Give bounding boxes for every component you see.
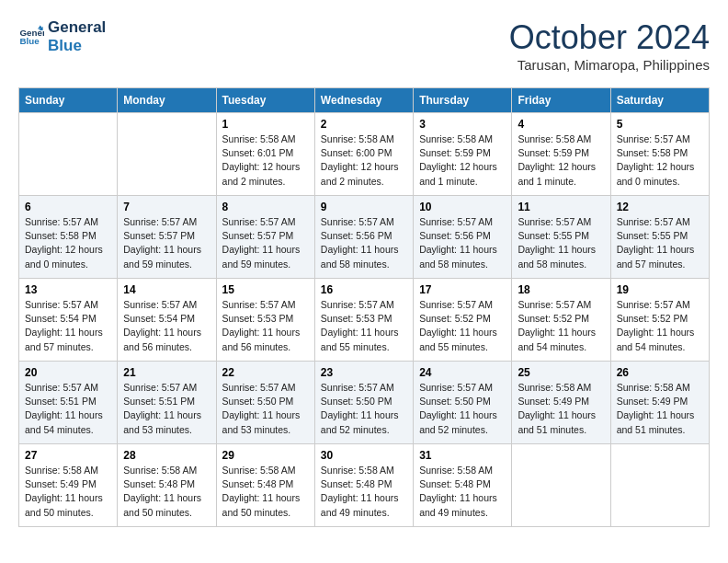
calendar-cell <box>512 444 610 527</box>
day-info: Sunrise: 5:57 AMSunset: 5:57 PMDaylight:… <box>123 215 210 271</box>
day-info: Sunrise: 5:58 AMSunset: 5:49 PMDaylight:… <box>518 381 604 437</box>
weekday-header-monday: Monday <box>118 88 216 113</box>
day-number: 18 <box>518 283 604 296</box>
day-info: Sunrise: 5:57 AMSunset: 5:56 PMDaylight:… <box>321 215 407 271</box>
calendar-cell: 21Sunrise: 5:57 AMSunset: 5:51 PMDayligh… <box>118 362 216 444</box>
weekday-header-saturday: Saturday <box>610 88 709 113</box>
logo: General Blue General Blue <box>18 18 106 54</box>
calendar-cell: 5Sunrise: 5:57 AMSunset: 5:58 PMDaylight… <box>610 113 709 196</box>
calendar-cell: 24Sunrise: 5:57 AMSunset: 5:50 PMDayligh… <box>414 362 512 444</box>
day-number: 1 <box>222 118 309 131</box>
day-number: 27 <box>25 449 111 462</box>
calendar-cell: 20Sunrise: 5:57 AMSunset: 5:51 PMDayligh… <box>19 362 118 444</box>
calendar-cell: 23Sunrise: 5:57 AMSunset: 5:50 PMDayligh… <box>314 362 413 444</box>
logo-text-blue: Blue <box>48 37 106 55</box>
day-info: Sunrise: 5:58 AMSunset: 5:59 PMDaylight:… <box>419 132 506 189</box>
calendar-cell: 30Sunrise: 5:58 AMSunset: 5:48 PMDayligh… <box>314 444 413 527</box>
day-info: Sunrise: 5:57 AMSunset: 5:52 PMDaylight:… <box>419 298 506 354</box>
day-info: Sunrise: 5:57 AMSunset: 5:50 PMDaylight:… <box>419 381 506 437</box>
day-number: 22 <box>222 366 309 379</box>
calendar-cell: 22Sunrise: 5:57 AMSunset: 5:50 PMDayligh… <box>216 362 314 444</box>
day-number: 30 <box>321 449 407 462</box>
day-info: Sunrise: 5:58 AMSunset: 5:59 PMDaylight:… <box>518 132 604 189</box>
calendar-cell: 14Sunrise: 5:57 AMSunset: 5:54 PMDayligh… <box>118 279 216 362</box>
day-number: 13 <box>25 283 111 296</box>
day-info: Sunrise: 5:57 AMSunset: 5:50 PMDaylight:… <box>321 381 407 437</box>
day-number: 9 <box>321 201 407 213</box>
calendar-cell: 18Sunrise: 5:57 AMSunset: 5:52 PMDayligh… <box>512 279 610 362</box>
day-info: Sunrise: 5:57 AMSunset: 5:54 PMDaylight:… <box>25 298 111 354</box>
calendar-cell: 26Sunrise: 5:58 AMSunset: 5:49 PMDayligh… <box>610 362 709 444</box>
day-info: Sunrise: 5:57 AMSunset: 5:58 PMDaylight:… <box>25 215 111 271</box>
day-info: Sunrise: 5:57 AMSunset: 5:53 PMDaylight:… <box>222 298 309 354</box>
calendar-cell <box>610 444 709 527</box>
day-number: 29 <box>222 449 309 462</box>
calendar-cell: 19Sunrise: 5:57 AMSunset: 5:52 PMDayligh… <box>610 279 709 362</box>
day-number: 2 <box>321 118 407 131</box>
calendar-cell: 2Sunrise: 5:58 AMSunset: 6:00 PMDaylight… <box>314 113 413 196</box>
day-info: Sunrise: 5:58 AMSunset: 5:48 PMDaylight:… <box>321 464 407 520</box>
day-info: Sunrise: 5:58 AMSunset: 5:48 PMDaylight:… <box>222 464 309 520</box>
day-info: Sunrise: 5:58 AMSunset: 5:48 PMDaylight:… <box>419 464 506 520</box>
day-number: 6 <box>25 201 111 213</box>
calendar-cell: 15Sunrise: 5:57 AMSunset: 5:53 PMDayligh… <box>216 279 314 362</box>
calendar-cell: 12Sunrise: 5:57 AMSunset: 5:55 PMDayligh… <box>610 196 709 279</box>
day-info: Sunrise: 5:58 AMSunset: 5:49 PMDaylight:… <box>25 464 111 520</box>
day-number: 17 <box>419 283 506 296</box>
day-info: Sunrise: 5:57 AMSunset: 5:53 PMDaylight:… <box>321 298 407 354</box>
weekday-header-row: SundayMondayTuesdayWednesdayThursdayFrid… <box>19 88 710 113</box>
day-number: 10 <box>419 201 506 213</box>
day-info: Sunrise: 5:57 AMSunset: 5:57 PMDaylight:… <box>222 215 309 271</box>
day-info: Sunrise: 5:57 AMSunset: 5:52 PMDaylight:… <box>617 298 703 354</box>
calendar-cell: 27Sunrise: 5:58 AMSunset: 5:49 PMDayligh… <box>19 444 118 527</box>
calendar-week-row: 6Sunrise: 5:57 AMSunset: 5:58 PMDaylight… <box>19 196 710 279</box>
day-info: Sunrise: 5:58 AMSunset: 6:00 PMDaylight:… <box>321 132 407 189</box>
calendar-cell: 1Sunrise: 5:58 AMSunset: 6:01 PMDaylight… <box>216 113 314 196</box>
weekday-header-friday: Friday <box>512 88 610 113</box>
day-number: 26 <box>617 366 703 379</box>
day-info: Sunrise: 5:58 AMSunset: 5:49 PMDaylight:… <box>617 381 703 437</box>
day-number: 28 <box>123 449 210 462</box>
calendar-cell: 31Sunrise: 5:58 AMSunset: 5:48 PMDayligh… <box>414 444 512 527</box>
day-number: 11 <box>518 201 604 213</box>
day-number: 21 <box>123 366 210 379</box>
calendar-cell: 13Sunrise: 5:57 AMSunset: 5:54 PMDayligh… <box>19 279 118 362</box>
day-info: Sunrise: 5:57 AMSunset: 5:58 PMDaylight:… <box>617 132 703 189</box>
weekday-header-thursday: Thursday <box>414 88 512 113</box>
title-block: October 2024 Tarusan, Mimaropa, Philippi… <box>509 18 710 73</box>
day-info: Sunrise: 5:57 AMSunset: 5:51 PMDaylight:… <box>123 381 210 437</box>
day-info: Sunrise: 5:57 AMSunset: 5:52 PMDaylight:… <box>518 298 604 354</box>
day-number: 3 <box>419 118 506 131</box>
day-number: 14 <box>123 283 210 296</box>
day-info: Sunrise: 5:58 AMSunset: 6:01 PMDaylight:… <box>222 132 309 189</box>
calendar-cell: 29Sunrise: 5:58 AMSunset: 5:48 PMDayligh… <box>216 444 314 527</box>
calendar-cell: 7Sunrise: 5:57 AMSunset: 5:57 PMDaylight… <box>118 196 216 279</box>
month-title: October 2024 <box>509 18 710 57</box>
day-info: Sunrise: 5:57 AMSunset: 5:56 PMDaylight:… <box>419 215 506 271</box>
day-info: Sunrise: 5:57 AMSunset: 5:55 PMDaylight:… <box>617 215 703 271</box>
day-number: 7 <box>123 201 210 213</box>
calendar-week-row: 1Sunrise: 5:58 AMSunset: 6:01 PMDaylight… <box>19 113 710 196</box>
calendar-table: SundayMondayTuesdayWednesdayThursdayFrid… <box>18 87 710 527</box>
calendar-cell: 6Sunrise: 5:57 AMSunset: 5:58 PMDaylight… <box>19 196 118 279</box>
weekday-header-wednesday: Wednesday <box>314 88 413 113</box>
day-info: Sunrise: 5:57 AMSunset: 5:50 PMDaylight:… <box>222 381 309 437</box>
day-number: 31 <box>419 449 506 462</box>
day-number: 19 <box>617 283 703 296</box>
day-number: 23 <box>321 366 407 379</box>
day-number: 25 <box>518 366 604 379</box>
logo-icon: General Blue <box>18 24 44 50</box>
calendar-cell: 4Sunrise: 5:58 AMSunset: 5:59 PMDaylight… <box>512 113 610 196</box>
day-info: Sunrise: 5:57 AMSunset: 5:54 PMDaylight:… <box>123 298 210 354</box>
calendar-cell: 28Sunrise: 5:58 AMSunset: 5:48 PMDayligh… <box>118 444 216 527</box>
day-info: Sunrise: 5:57 AMSunset: 5:51 PMDaylight:… <box>25 381 111 437</box>
day-number: 8 <box>222 201 309 213</box>
calendar-cell: 17Sunrise: 5:57 AMSunset: 5:52 PMDayligh… <box>414 279 512 362</box>
page-header: General Blue General Blue October 2024 T… <box>18 18 710 73</box>
logo-text-general: General <box>48 18 106 37</box>
weekday-header-tuesday: Tuesday <box>216 88 314 113</box>
calendar-cell <box>118 113 216 196</box>
calendar-week-row: 27Sunrise: 5:58 AMSunset: 5:49 PMDayligh… <box>19 444 710 527</box>
day-number: 24 <box>419 366 506 379</box>
calendar-cell: 25Sunrise: 5:58 AMSunset: 5:49 PMDayligh… <box>512 362 610 444</box>
